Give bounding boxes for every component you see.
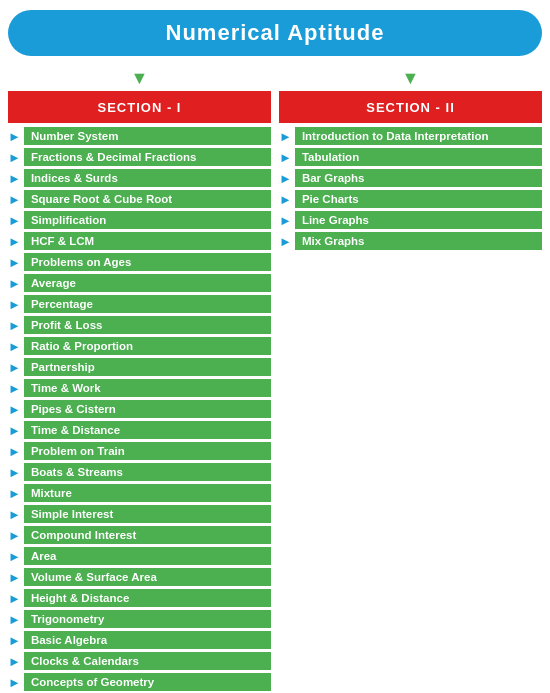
list-item[interactable]: ► Line Graphs: [279, 211, 542, 229]
sections-row: ▼ SECTION - I ► Number System ► Fraction…: [8, 68, 542, 693]
list-item[interactable]: ► Tabulation: [279, 148, 542, 166]
arrow-icon: ►: [279, 234, 292, 249]
item-label: Introduction to Data Interpretation: [295, 127, 542, 145]
item-label: Area: [24, 547, 271, 565]
arrow-icon: ►: [8, 591, 21, 606]
section-2: ▼ SECTION - II ► Introduction to Data In…: [279, 68, 542, 253]
section2-arrow: ▼: [279, 68, 542, 89]
list-item[interactable]: ► Boats & Streams: [8, 463, 271, 481]
list-item[interactable]: ► Introduction to Data Interpretation: [279, 127, 542, 145]
item-label: Percentage: [24, 295, 271, 313]
list-item[interactable]: ► Time & Work: [8, 379, 271, 397]
arrow-icon: ►: [279, 192, 292, 207]
item-label: Profit & Loss: [24, 316, 271, 334]
item-label: Average: [24, 274, 271, 292]
list-item[interactable]: ► Clocks & Calendars: [8, 652, 271, 670]
arrow-icon: ►: [8, 402, 21, 417]
item-label: Line Graphs: [295, 211, 542, 229]
list-item[interactable]: ► Ratio & Proportion: [8, 337, 271, 355]
list-item[interactable]: ► Height & Distance: [8, 589, 271, 607]
list-item[interactable]: ► Trigonometry: [8, 610, 271, 628]
list-item[interactable]: ► Concepts of Geometry: [8, 673, 271, 691]
list-item[interactable]: ► Fractions & Decimal Fractions: [8, 148, 271, 166]
item-label: Simple Interest: [24, 505, 271, 523]
list-item[interactable]: ► Square Root & Cube Root: [8, 190, 271, 208]
list-item[interactable]: ► Percentage: [8, 295, 271, 313]
item-label: Concepts of Geometry: [24, 673, 271, 691]
arrow-icon: ►: [8, 570, 21, 585]
arrow-icon: ►: [8, 633, 21, 648]
item-label: Indices & Surds: [24, 169, 271, 187]
list-item[interactable]: ► Area: [8, 547, 271, 565]
list-item[interactable]: ► Basic Algebra: [8, 631, 271, 649]
arrow-icon: ►: [8, 171, 21, 186]
arrow-icon: ►: [8, 444, 21, 459]
arrow-icon: ►: [8, 318, 21, 333]
item-label: Trigonometry: [24, 610, 271, 628]
item-label: Fractions & Decimal Fractions: [24, 148, 271, 166]
arrow-icon: ►: [279, 213, 292, 228]
list-item[interactable]: ► HCF & LCM: [8, 232, 271, 250]
section1-arrow: ▼: [8, 68, 271, 89]
item-label: Mix Graphs: [295, 232, 542, 250]
list-item[interactable]: ► Indices & Surds: [8, 169, 271, 187]
item-label: Ratio & Proportion: [24, 337, 271, 355]
arrow-icon: ►: [8, 654, 21, 669]
item-label: Number System: [24, 127, 271, 145]
item-label: Tabulation: [295, 148, 542, 166]
title-bar: Numerical Aptitude: [8, 10, 542, 56]
item-label: Boats & Streams: [24, 463, 271, 481]
arrow-icon: ►: [8, 360, 21, 375]
item-label: Volume & Surface Area: [24, 568, 271, 586]
section1-items: ► Number System ► Fractions & Decimal Fr…: [8, 127, 271, 693]
page-title: Numerical Aptitude: [166, 20, 385, 45]
item-label: Pie Charts: [295, 190, 542, 208]
section-1: ▼ SECTION - I ► Number System ► Fraction…: [8, 68, 271, 693]
list-item[interactable]: ► Simplification: [8, 211, 271, 229]
list-item[interactable]: ► Pie Charts: [279, 190, 542, 208]
item-label: Mixture: [24, 484, 271, 502]
arrow-icon: ►: [279, 129, 292, 144]
item-label: Square Root & Cube Root: [24, 190, 271, 208]
arrow-icon: ►: [8, 423, 21, 438]
list-item[interactable]: ► Bar Graphs: [279, 169, 542, 187]
list-item[interactable]: ► Problems on Ages: [8, 253, 271, 271]
item-label: HCF & LCM: [24, 232, 271, 250]
section1-header: SECTION - I: [8, 91, 271, 123]
arrow-icon: ►: [8, 465, 21, 480]
arrow-icon: ►: [8, 507, 21, 522]
item-label: Clocks & Calendars: [24, 652, 271, 670]
list-item[interactable]: ► Compound Interest: [8, 526, 271, 544]
arrow-icon: ►: [8, 339, 21, 354]
arrow-icon: ►: [8, 675, 21, 690]
list-item[interactable]: ► Simple Interest: [8, 505, 271, 523]
list-item[interactable]: ► Profit & Loss: [8, 316, 271, 334]
list-item[interactable]: ► Partnership: [8, 358, 271, 376]
arrow-icon: ►: [8, 486, 21, 501]
item-label: Problem on Train: [24, 442, 271, 460]
list-item[interactable]: ► Problem on Train: [8, 442, 271, 460]
item-label: Basic Algebra: [24, 631, 271, 649]
arrow-icon: ►: [8, 150, 21, 165]
arrow-icon: ►: [8, 234, 21, 249]
list-item[interactable]: ► Pipes & Cistern: [8, 400, 271, 418]
item-label: Simplification: [24, 211, 271, 229]
list-item[interactable]: ► Number System: [8, 127, 271, 145]
item-label: Problems on Ages: [24, 253, 271, 271]
section2-items: ► Introduction to Data Interpretation ► …: [279, 127, 542, 253]
arrow-icon: ►: [279, 150, 292, 165]
item-label: Compound Interest: [24, 526, 271, 544]
page-wrapper: Numerical Aptitude ▼ SECTION - I ► Numbe…: [0, 0, 550, 693]
arrow-icon: ►: [8, 549, 21, 564]
arrow-icon: ►: [8, 255, 21, 270]
arrow-icon: ►: [8, 612, 21, 627]
list-item[interactable]: ► Mix Graphs: [279, 232, 542, 250]
list-item[interactable]: ► Volume & Surface Area: [8, 568, 271, 586]
arrow-icon: ►: [8, 192, 21, 207]
list-item[interactable]: ► Average: [8, 274, 271, 292]
list-item[interactable]: ► Time & Distance: [8, 421, 271, 439]
arrow-icon: ►: [8, 276, 21, 291]
arrow-icon: ►: [8, 297, 21, 312]
item-label: Partnership: [24, 358, 271, 376]
list-item[interactable]: ► Mixture: [8, 484, 271, 502]
